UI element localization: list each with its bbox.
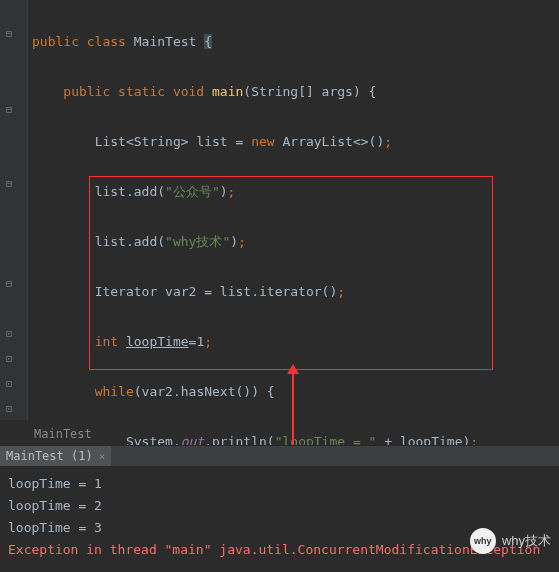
console-line: loopTime = 2: [8, 495, 551, 517]
breadcrumb[interactable]: MainTest: [28, 425, 98, 443]
run-tab[interactable]: MainTest (1) ×: [0, 446, 111, 466]
code-line: List<String> list = new ArrayList<>();: [32, 129, 555, 154]
console-output[interactable]: loopTime = 1 loopTime = 2 loopTime = 3 E…: [0, 467, 559, 572]
tab-label: MainTest (1): [6, 449, 93, 463]
watermark: why why技术: [470, 528, 551, 554]
fold-icon[interactable]: ⊟: [6, 178, 12, 189]
run-tab-bar: MainTest (1) ×: [0, 445, 559, 467]
editor-gutter: ⊟⊟⊟⊟⊡⊡⊡⊡: [0, 0, 28, 420]
code-line: public class MainTest {: [32, 29, 555, 54]
fold-icon[interactable]: ⊟: [6, 104, 12, 115]
close-icon[interactable]: ×: [99, 450, 106, 463]
fold-icon[interactable]: ⊡: [6, 403, 12, 414]
console-line: loopTime = 1: [8, 473, 551, 495]
highlight-box-loop: [89, 176, 493, 370]
fold-icon[interactable]: ⊡: [6, 378, 12, 389]
code-line: public static void main(String[] args) {: [32, 79, 555, 104]
fold-icon[interactable]: ⊟: [6, 28, 12, 39]
fold-icon[interactable]: ⊡: [6, 328, 12, 339]
fold-icon[interactable]: ⊟: [6, 278, 12, 289]
watermark-text: why技术: [502, 532, 551, 550]
fold-icon[interactable]: ⊡: [6, 353, 12, 364]
avatar: why: [470, 528, 496, 554]
